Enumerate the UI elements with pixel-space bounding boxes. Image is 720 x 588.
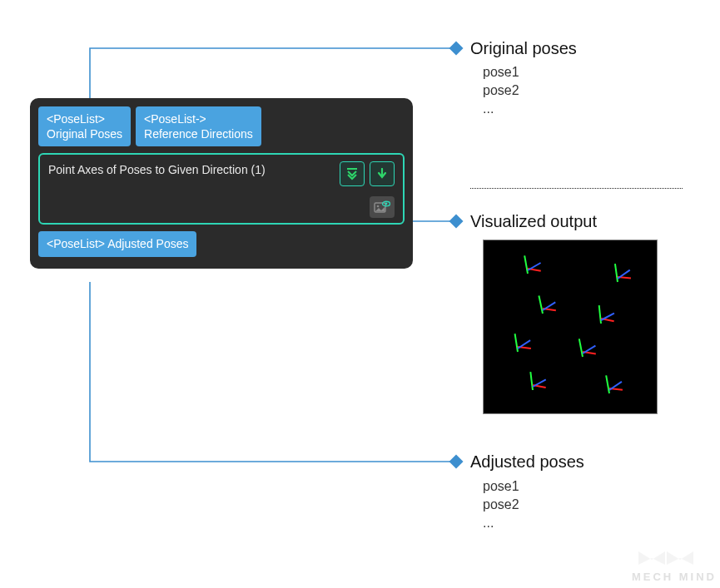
tab-type: <PoseList>: [47, 237, 105, 250]
arrow-down-icon: [376, 168, 388, 180]
list-item: pose2: [483, 497, 519, 512]
callout-adjusted-title: Adjusted poses: [470, 452, 584, 472]
diamond-icon: [449, 215, 464, 229]
input-tab-row: <PoseList> Original Poses <PoseList-> Re…: [38, 106, 405, 146]
svg-point-2: [377, 205, 380, 208]
divider: [470, 188, 683, 189]
node-main-box[interactable]: Point Axes of Poses to Given Direction (…: [38, 153, 405, 225]
list-item: pose1: [483, 479, 519, 494]
svg-rect-0: [347, 168, 357, 170]
diamond-icon: [449, 42, 464, 56]
watermark-text: MECH MIND: [632, 571, 717, 583]
callout-original-list: pose1 pose2 ...: [483, 65, 519, 120]
diamond-icon: [449, 455, 464, 469]
eye-image-icon: [374, 200, 390, 214]
collapse-all-button[interactable]: [340, 161, 365, 186]
callout-adjusted-list: pose1 pose2 ...: [483, 479, 519, 534]
input-tab-reference-directions[interactable]: <PoseList-> Reference Directions: [136, 106, 261, 146]
list-item: pose2: [483, 83, 519, 98]
visualize-button[interactable]: [370, 196, 395, 218]
double-chevron-down-icon: [345, 167, 359, 180]
input-tab-original-poses[interactable]: <PoseList> Original Poses: [38, 106, 131, 146]
visualized-output-image: [483, 240, 658, 414]
tab-label: Adjusted Poses: [107, 237, 188, 250]
watermark-logo-icon: [637, 550, 695, 566]
download-button[interactable]: [370, 161, 395, 186]
list-item: ...: [483, 516, 519, 531]
callout-original-title: Original poses: [470, 39, 577, 58]
node-panel: <PoseList> Original Poses <PoseList-> Re…: [30, 98, 413, 269]
list-item: ...: [483, 101, 519, 116]
tab-label: Reference Directions: [144, 126, 253, 141]
callout-visualized-title: Visualized output: [470, 212, 597, 231]
tab-label: Original Poses: [47, 126, 122, 141]
list-item: pose1: [483, 65, 519, 80]
tab-type: <PoseList>: [47, 111, 122, 126]
output-tab-adjusted-poses[interactable]: <PoseList> Adjusted Poses: [38, 231, 196, 256]
tab-type: <PoseList->: [144, 111, 253, 126]
svg-point-4: [385, 203, 388, 205]
